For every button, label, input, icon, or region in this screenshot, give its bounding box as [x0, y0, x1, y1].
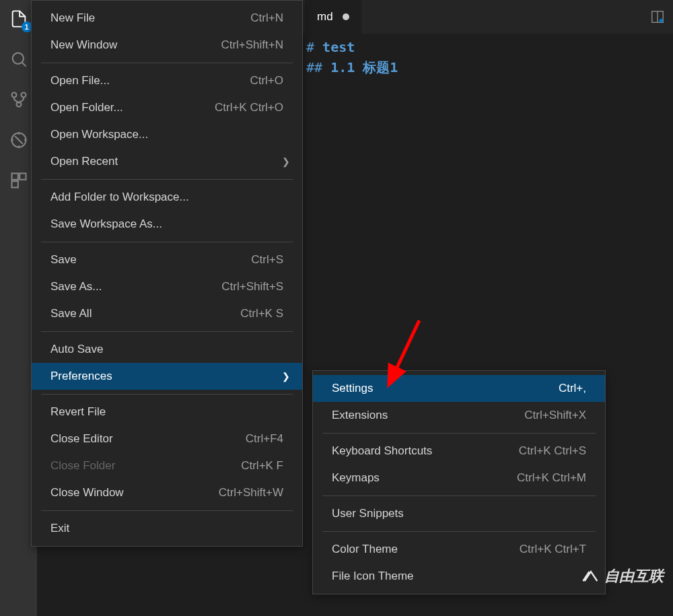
menu-separator	[41, 242, 293, 242]
menu-new-window[interactable]: New WindowCtrl+Shift+N	[32, 32, 302, 59]
menu-separator	[41, 179, 293, 180]
menu-close-editor[interactable]: Close EditorCtrl+F4	[32, 425, 302, 452]
explorer-icon[interactable]: 1	[8, 8, 30, 30]
preferences-submenu: SettingsCtrl+, ExtensionsCtrl+Shift+X Ke…	[312, 370, 606, 594]
split-editor-icon[interactable]	[650, 9, 665, 27]
editor-tab[interactable]: md	[305, 0, 361, 34]
menu-open-folder[interactable]: Open Folder...Ctrl+K Ctrl+O	[32, 94, 302, 121]
tab-name: md	[317, 10, 333, 24]
menu-separator	[322, 433, 596, 434]
dirty-indicator-icon	[343, 13, 349, 20]
extensions-icon[interactable]	[8, 170, 30, 191]
menu-save-workspace-as[interactable]: Save Workspace As...	[32, 211, 302, 238]
menu-open-file[interactable]: Open File...Ctrl+O	[32, 67, 302, 94]
svg-rect-6	[20, 174, 26, 180]
menu-revert-file[interactable]: Revert File	[32, 399, 302, 425]
menu-auto-save[interactable]: Auto Save	[32, 336, 302, 363]
menu-separator	[322, 495, 596, 496]
svg-point-0	[12, 53, 23, 64]
submenu-color-theme[interactable]: Color ThemeCtrl+K Ctrl+T	[313, 536, 605, 563]
menu-open-recent[interactable]: Open Recent❯	[32, 148, 302, 175]
menu-separator	[41, 63, 293, 63]
submenu-user-snippets[interactable]: User Snippets	[313, 500, 605, 527]
svg-point-2	[21, 93, 26, 98]
debug-icon[interactable]	[8, 129, 30, 151]
svg-line-10	[394, 320, 419, 373]
menu-separator	[41, 510, 293, 511]
menu-new-file[interactable]: New FileCtrl+N	[32, 5, 302, 32]
svg-rect-5	[11, 174, 17, 180]
svg-point-9	[660, 19, 664, 23]
submenu-keyboard-shortcuts[interactable]: Keyboard ShortcutsCtrl+K Ctrl+S	[313, 438, 605, 465]
source-control-icon[interactable]	[8, 89, 30, 110]
file-menu: New FileCtrl+N New WindowCtrl+Shift+N Op…	[31, 0, 303, 547]
watermark: 自由互联	[581, 566, 664, 586]
chevron-right-icon: ❯	[282, 371, 290, 382]
submenu-settings[interactable]: SettingsCtrl+,	[313, 375, 605, 402]
submenu-extensions[interactable]: ExtensionsCtrl+Shift+X	[313, 402, 605, 429]
menu-separator	[322, 531, 596, 532]
menu-save-as[interactable]: Save As...Ctrl+Shift+S	[32, 273, 302, 300]
menu-preferences[interactable]: Preferences❯	[32, 363, 302, 390]
menu-save[interactable]: SaveCtrl+S	[32, 246, 302, 273]
menu-save-all[interactable]: Save AllCtrl+K S	[32, 300, 302, 327]
menu-open-workspace[interactable]: Open Workspace...	[32, 121, 302, 148]
svg-rect-7	[11, 181, 17, 187]
svg-point-1	[11, 93, 16, 98]
menu-separator	[41, 394, 293, 395]
search-icon[interactable]	[8, 48, 30, 70]
editor-content[interactable]: # test ## 1.1 标题1	[306, 37, 673, 77]
submenu-keymaps[interactable]: KeymapsCtrl+K Ctrl+M	[313, 465, 605, 491]
chevron-right-icon: ❯	[282, 156, 290, 167]
menu-exit[interactable]: Exit	[32, 515, 302, 542]
editor-line-1: # test	[306, 37, 673, 57]
menu-close-window[interactable]: Close WindowCtrl+Shift+W	[32, 479, 302, 506]
menu-separator	[41, 331, 293, 332]
menu-add-folder[interactable]: Add Folder to Workspace...	[32, 184, 302, 211]
menu-close-folder: Close FolderCtrl+K F	[32, 452, 302, 479]
editor-line-2: ## 1.1 标题1	[306, 57, 673, 77]
submenu-file-icon-theme[interactable]: File Icon Theme	[313, 563, 605, 590]
